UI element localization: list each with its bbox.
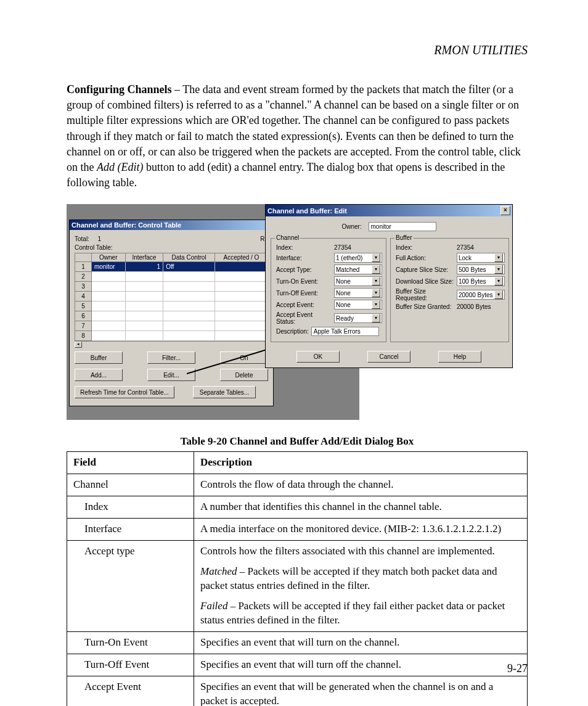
chevron-down-icon: ▾ bbox=[372, 289, 380, 297]
ok-button[interactable]: OK bbox=[296, 351, 340, 363]
intro-paragraph: Configuring Channels – The data and even… bbox=[67, 82, 528, 191]
field-cell: Turn-On Event bbox=[67, 631, 194, 654]
field-cell: Interface bbox=[67, 519, 194, 541]
separate-tables-button[interactable]: Separate Tables... bbox=[193, 386, 256, 398]
field-cell: Index bbox=[67, 496, 194, 519]
bufgrant-value: 20000 Bytes bbox=[457, 303, 491, 310]
running-header: RMON UTILITIES bbox=[67, 43, 528, 57]
accept-type-select[interactable]: Matched▾ bbox=[334, 265, 382, 274]
channel-legend: Channel bbox=[275, 234, 300, 241]
acceptevent-label: Accept Event: bbox=[276, 302, 332, 308]
accept-type-label: Accept Type: bbox=[276, 266, 332, 273]
edit-button[interactable]: Edit... bbox=[147, 369, 195, 381]
capslice-select[interactable]: 500 Bytes▾ bbox=[457, 265, 505, 274]
total-value: 1 bbox=[97, 236, 101, 242]
bindex-label: Index: bbox=[396, 244, 454, 251]
chevron-down-icon: ▾ bbox=[372, 300, 380, 309]
table-row[interactable]: 2 bbox=[75, 272, 268, 282]
dlslice-label: Download Slice Size: bbox=[396, 278, 454, 285]
desc-cell: Specifies an event that will turn off th… bbox=[194, 654, 528, 676]
page-number: 9-27 bbox=[507, 662, 528, 675]
description-input[interactable] bbox=[311, 327, 379, 336]
controltable-label: Control Table: bbox=[75, 244, 113, 251]
bufreq-select[interactable]: 20000 Bytes▾ bbox=[457, 290, 505, 300]
control-grid[interactable]: Owner Interface Data Control Accepted / … bbox=[75, 253, 268, 341]
rownum: 2 bbox=[75, 272, 92, 282]
acceptstatus-select[interactable]: Ready▾ bbox=[334, 313, 382, 323]
field-cell: Channel bbox=[67, 474, 194, 496]
buffer-legend: Buffer bbox=[394, 234, 414, 241]
chevron-down-icon: ▾ bbox=[494, 290, 503, 299]
filter-button[interactable]: Filter... bbox=[147, 351, 195, 364]
turnon-select[interactable]: None▾ bbox=[334, 276, 382, 286]
th-field: Field bbox=[67, 452, 194, 474]
rownum: 7 bbox=[75, 321, 92, 331]
table-row: Turn-Off EventSpecifies an event that wi… bbox=[67, 654, 528, 676]
col-blank bbox=[75, 253, 92, 262]
acceptevent-select[interactable]: None▾ bbox=[334, 300, 382, 310]
rownum: 8 bbox=[75, 331, 92, 341]
desc-cell: A number that identifies this channel in… bbox=[194, 496, 528, 519]
table-row: ChannelControls the flow of data through… bbox=[67, 474, 528, 496]
control-table-window: Channel and Buffer: Control Table Total:… bbox=[69, 220, 274, 406]
fullaction-label: Full Action: bbox=[396, 255, 454, 261]
desc-cell: Controls the flow of data through the ch… bbox=[194, 474, 528, 496]
turnoff-select[interactable]: None▾ bbox=[334, 288, 382, 298]
bindex-value: 27354 bbox=[457, 244, 474, 251]
on-button[interactable]: On bbox=[220, 351, 268, 364]
owner-label: Owner: bbox=[341, 223, 361, 230]
table-row[interactable]: 7 bbox=[75, 321, 268, 331]
table-row[interactable]: 8 bbox=[75, 331, 268, 341]
add-button[interactable]: Add... bbox=[75, 369, 123, 381]
table-row: Accept typeControls how the filters asso… bbox=[67, 541, 528, 632]
interface-select[interactable]: 1 (ether0)▾ bbox=[334, 253, 382, 263]
owner-input[interactable] bbox=[369, 222, 436, 231]
screenshot-figure: Channel and Buffer: Control Table Total:… bbox=[67, 204, 528, 423]
table-row: IndexA number that identifies this chann… bbox=[67, 496, 528, 519]
fullaction-select[interactable]: Lock▾ bbox=[457, 253, 505, 263]
table-row: Turn-On EventSpecifies an event that wil… bbox=[67, 631, 528, 654]
turnon-label: Turn-On Event: bbox=[276, 278, 332, 285]
para-italic: Add (Edit) bbox=[97, 161, 143, 173]
chevron-down-icon: ▾ bbox=[372, 314, 380, 322]
rownum: 6 bbox=[75, 311, 92, 321]
desc-cell: Specifies an event that will be generate… bbox=[194, 676, 528, 706]
delete-button[interactable]: Delete bbox=[220, 369, 268, 381]
desc-cell: Specifies an event that will turn on the… bbox=[194, 631, 528, 654]
close-icon[interactable]: × bbox=[500, 206, 510, 215]
col-owner: Owner bbox=[92, 253, 126, 262]
desc-cell: A media interface on the monitored devic… bbox=[194, 519, 528, 541]
table-row[interactable]: 1 monitor 1 Off bbox=[75, 262, 268, 272]
interface-label: Interface: bbox=[276, 255, 332, 261]
table-row[interactable]: 4 bbox=[75, 292, 268, 302]
control-titlebar: Channel and Buffer: Control Table bbox=[70, 220, 273, 230]
table-row[interactable]: 5 bbox=[75, 302, 268, 311]
refresh-time-button[interactable]: Refresh Time for Control Table... bbox=[75, 386, 174, 398]
chevron-down-icon: ▾ bbox=[494, 265, 503, 274]
table-caption: Table 9-20 Channel and Buffer Add/Edit D… bbox=[67, 435, 528, 448]
channel-group: Channel Index:27354 Interface:1 (ether0)… bbox=[271, 238, 386, 342]
rownum: 4 bbox=[75, 292, 92, 302]
description-table: Field Description ChannelControls the fl… bbox=[67, 451, 528, 706]
buffer-button[interactable]: Buffer bbox=[75, 351, 123, 364]
chevron-down-icon: ▾ bbox=[372, 277, 380, 285]
cell-dc: Off bbox=[163, 262, 215, 272]
turnoff-label: Turn-Off Event: bbox=[276, 290, 332, 297]
bufgrant-label: Buffer Size Granted: bbox=[396, 303, 454, 310]
table-row[interactable]: 3 bbox=[75, 282, 268, 292]
field-cell: Accept Event bbox=[67, 676, 194, 706]
scroll-left-icon[interactable]: ◂ bbox=[75, 342, 82, 348]
chevron-down-icon: ▾ bbox=[372, 265, 380, 274]
cancel-button[interactable]: Cancel bbox=[367, 351, 410, 363]
chevron-down-icon: ▾ bbox=[494, 253, 503, 262]
index-value: 27354 bbox=[334, 244, 351, 251]
edit-title: Channel and Buffer: Edit bbox=[267, 207, 347, 215]
control-title: Channel and Buffer: Control Table bbox=[71, 221, 181, 229]
rownum: 3 bbox=[75, 282, 92, 292]
field-cell: Turn-Off Event bbox=[67, 654, 194, 676]
col-accepted: Accepted / O bbox=[215, 253, 268, 262]
dlslice-select[interactable]: 100 Bytes▾ bbox=[457, 276, 505, 286]
bufreq-label: Buffer Size Requested: bbox=[396, 288, 454, 302]
help-button[interactable]: Help bbox=[438, 351, 481, 363]
table-row[interactable]: 6 bbox=[75, 311, 268, 321]
